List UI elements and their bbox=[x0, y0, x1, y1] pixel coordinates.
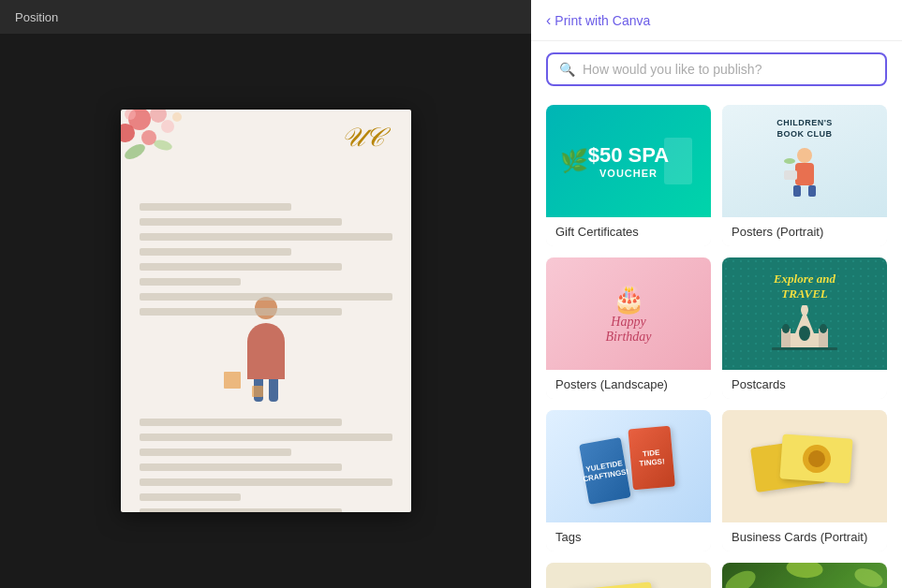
figure-body bbox=[247, 323, 285, 379]
back-label: Print with Canva bbox=[555, 13, 650, 28]
camp-leaves-svg bbox=[722, 563, 887, 588]
grid-item-business-landscape[interactable]: Voucher Save theDate Business Cards (Lan… bbox=[546, 563, 711, 588]
grid-item-postcards[interactable]: Explore andTRAVEL bbox=[722, 257, 887, 399]
top-bar: Position bbox=[0, 0, 531, 34]
top-bar-title: Position bbox=[15, 10, 58, 24]
book-illustration bbox=[776, 144, 833, 200]
grid-item-image-postcards: Explore andTRAVEL bbox=[722, 257, 887, 370]
grid-item-image-camp: SUMMER CAMPFOREARTH WARRIORS bbox=[722, 563, 887, 588]
svg-rect-10 bbox=[795, 163, 814, 185]
grid-item-label-tags: Tags bbox=[546, 522, 711, 551]
leaf-decoration: 🌿 bbox=[560, 148, 588, 174]
svg-point-1 bbox=[150, 110, 167, 123]
svg-point-9 bbox=[797, 148, 812, 163]
back-button[interactable]: ‹ Print with Canva bbox=[546, 12, 650, 29]
svg-point-20 bbox=[799, 326, 810, 341]
text-lines-top bbox=[140, 203, 392, 323]
grid-item-tags[interactable]: YULETIDECRAFTINGS! TIDETINGS! Tags bbox=[546, 410, 711, 551]
grid-item-label-gift: Gift Certificates bbox=[546, 217, 711, 246]
svg-point-21 bbox=[782, 324, 790, 333]
search-input[interactable] bbox=[583, 62, 874, 77]
svg-point-22 bbox=[820, 324, 827, 333]
grid-item-image-tags: YULETIDECRAFTINGS! TIDETINGS! bbox=[546, 410, 711, 522]
grid-item-posters-portrait[interactable]: CHILDREN'SBOOK CLUB bbox=[722, 105, 887, 246]
floral-decoration bbox=[121, 110, 224, 194]
grid-item-image-business bbox=[722, 410, 887, 522]
publish-panel: ‹ Print with Canva 🔍 🌿 $50 SPA VOUCHER G… bbox=[531, 0, 902, 588]
search-bar[interactable]: 🔍 bbox=[546, 52, 887, 86]
svg-point-7 bbox=[172, 112, 182, 122]
grid-item-gift-certificates[interactable]: 🌿 $50 SPA VOUCHER Gift Certificates bbox=[546, 105, 711, 246]
grid-item-summer-camp[interactable]: SUMMER CAMPFOREARTH WARRIORS Summer Camp… bbox=[722, 563, 887, 588]
svg-rect-11 bbox=[793, 185, 801, 197]
grid-item-posters-landscape[interactable]: 🎂 HappyBirthday Posters (Landscape) bbox=[546, 257, 711, 399]
grid-item-label-poster-landscape: Posters (Landscape) bbox=[546, 370, 711, 399]
svg-point-17 bbox=[801, 305, 808, 316]
svg-rect-13 bbox=[784, 170, 797, 180]
canvas-panel: Position 𝒰𝒞 bbox=[0, 0, 531, 588]
business-cards-stack bbox=[748, 429, 861, 504]
svg-point-5 bbox=[122, 141, 147, 162]
taj-mahal-illustration bbox=[767, 305, 842, 352]
grid-item-label-poster-portrait: Posters (Portrait) bbox=[722, 217, 887, 246]
tag-cards: YULETIDECRAFTINGS! TIDETINGS! bbox=[579, 429, 678, 505]
grid-item-image-business-landscape: Voucher Save theDate bbox=[546, 563, 711, 588]
text-lines-bottom bbox=[140, 419, 392, 512]
items-grid: 🌿 $50 SPA VOUCHER Gift Certificates CHIL… bbox=[531, 97, 902, 588]
monogram-text: 𝒰𝒞 bbox=[341, 123, 383, 154]
svg-point-3 bbox=[161, 120, 174, 133]
svg-rect-23 bbox=[772, 347, 837, 350]
travel-text: Explore andTRAVEL bbox=[767, 272, 842, 301]
grid-item-label-postcards: Postcards bbox=[722, 370, 887, 399]
grid-item-image-gift: 🌿 $50 SPA VOUCHER bbox=[546, 105, 711, 217]
design-canvas: 𝒰𝒞 bbox=[121, 110, 411, 512]
svg-rect-12 bbox=[808, 185, 816, 197]
chevron-left-icon: ‹ bbox=[546, 12, 551, 29]
svg-point-14 bbox=[784, 158, 795, 164]
grid-item-image-poster-landscape: 🎂 HappyBirthday bbox=[546, 257, 711, 370]
panel-header: ‹ Print with Canva bbox=[531, 0, 902, 41]
grid-item-label-business-portrait: Business Cards (Portrait) bbox=[722, 522, 887, 551]
grid-item-image-poster-portrait: CHILDREN'SBOOK CLUB bbox=[722, 105, 887, 217]
svg-point-25 bbox=[852, 565, 885, 588]
canvas-area: 𝒰𝒞 bbox=[0, 34, 531, 588]
svg-point-24 bbox=[722, 566, 760, 588]
grid-item-business-portrait[interactable]: Business Cards (Portrait) bbox=[722, 410, 887, 551]
cake-icon: 🎂 bbox=[606, 284, 652, 315]
svg-point-28 bbox=[786, 563, 824, 580]
search-icon: 🔍 bbox=[559, 62, 575, 77]
